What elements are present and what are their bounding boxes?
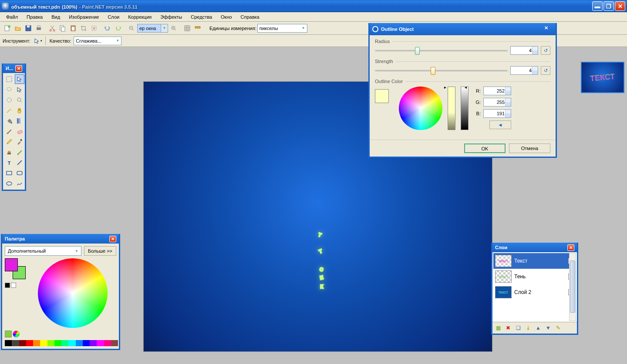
- dialog-titlebar[interactable]: Outline Object ✕: [370, 23, 556, 35]
- dialog-color-wheel[interactable]: [399, 87, 442, 130]
- tool-pencil[interactable]: [4, 137, 14, 147]
- menu-window[interactable]: Окно: [217, 13, 236, 20]
- zoom-in-button[interactable]: [169, 23, 179, 33]
- open-button[interactable]: [13, 23, 23, 33]
- duplicate-layer-button[interactable]: ❏: [514, 324, 522, 332]
- ok-button[interactable]: OK: [464, 144, 506, 153]
- tool-text[interactable]: T: [4, 158, 14, 167]
- primary-color-swatch[interactable]: [5, 258, 18, 271]
- layer-props-button[interactable]: ✎: [554, 324, 563, 332]
- tool-lasso[interactable]: [4, 85, 14, 94]
- delete-layer-button[interactable]: ✖: [504, 324, 512, 332]
- palette-more-button[interactable]: Больше >>: [84, 246, 116, 256]
- layers-scrollbar[interactable]: [569, 253, 576, 321]
- undo-button[interactable]: [103, 23, 112, 33]
- palette-color-wheel[interactable]: [38, 258, 108, 328]
- bw-reset-icon[interactable]: [11, 283, 16, 288]
- merge-down-button[interactable]: ⤓: [524, 324, 533, 332]
- value-strip-2[interactable]: [461, 87, 469, 130]
- tool-brush[interactable]: [4, 127, 14, 136]
- paste-button[interactable]: [68, 23, 78, 33]
- tool-move[interactable]: [15, 74, 24, 84]
- strength-slider[interactable]: [375, 66, 508, 75]
- menu-edit[interactable]: Правка: [23, 13, 46, 20]
- b-input[interactable]: 191: [483, 109, 511, 118]
- tool-move-selection[interactable]: [15, 85, 24, 94]
- menu-view[interactable]: Вид: [48, 13, 64, 20]
- tool-magic-wand[interactable]: [4, 106, 14, 115]
- radius-slider[interactable]: [375, 46, 508, 55]
- layer-row[interactable]: ТЕКСТ Тень ✔: [493, 269, 576, 284]
- radius-input[interactable]: 4: [510, 46, 538, 55]
- dialog-close-button[interactable]: ✕: [544, 25, 553, 33]
- add-layer-button[interactable]: ▦: [494, 324, 502, 332]
- quality-select[interactable]: Сглажива...▼: [74, 37, 121, 45]
- cancel-button[interactable]: Отмена: [509, 144, 550, 153]
- tool-freeform[interactable]: [15, 179, 24, 188]
- strength-input[interactable]: 4: [510, 66, 538, 75]
- menu-effects[interactable]: Эффекты: [157, 13, 185, 20]
- zoom-out-button[interactable]: [127, 23, 136, 33]
- g-input[interactable]: 255: [483, 98, 511, 107]
- deselect-button[interactable]: ×: [89, 23, 99, 33]
- color-reset-button[interactable]: ◄: [489, 120, 511, 129]
- redo-button[interactable]: [113, 23, 123, 33]
- layers-close-icon[interactable]: ✕: [567, 244, 574, 251]
- menu-help[interactable]: Справка: [237, 13, 263, 20]
- tool-rect[interactable]: [4, 168, 14, 178]
- image-thumbnail[interactable]: ТЕКСТ: [581, 62, 624, 93]
- zoom-combo[interactable]: ▼: [137, 24, 168, 33]
- add-color-icon[interactable]: [5, 331, 12, 337]
- layer-row[interactable]: ТЕКСТ Текст ✔: [493, 253, 576, 269]
- minimize-button[interactable]: ▬: [592, 1, 603, 11]
- tool-ellipse[interactable]: [4, 179, 14, 188]
- menu-layers[interactable]: Слои: [104, 13, 123, 20]
- tool-pan[interactable]: [15, 106, 24, 115]
- tool-roundrect[interactable]: [15, 168, 24, 178]
- move-down-button[interactable]: ▼: [544, 324, 553, 332]
- tool-zoom[interactable]: [15, 95, 24, 105]
- layer-row[interactable]: ТЕКСТ Слой 2: [493, 284, 576, 300]
- radius-reset-button[interactable]: ↺: [541, 46, 550, 55]
- tool-clone[interactable]: [4, 147, 14, 157]
- tool-ellipse-select[interactable]: [4, 95, 14, 105]
- menu-file[interactable]: Файл: [3, 13, 21, 20]
- palette-manage-icon[interactable]: [13, 331, 20, 337]
- maximize-button[interactable]: ❐: [603, 1, 614, 11]
- bw-swap-icon[interactable]: [5, 283, 10, 288]
- copy-button[interactable]: [58, 23, 67, 33]
- menu-tools[interactable]: Средства: [187, 13, 216, 20]
- close-button[interactable]: ✕: [615, 1, 625, 11]
- palette-swatches[interactable]: [5, 258, 27, 280]
- tool-rect-select[interactable]: [4, 74, 14, 84]
- outline-color-swatch[interactable]: [375, 89, 389, 103]
- tool-bucket[interactable]: [4, 116, 14, 126]
- zoom-input[interactable]: [137, 24, 161, 33]
- current-tool-icon[interactable]: ▾: [33, 36, 43, 46]
- zoom-dropdown-icon[interactable]: ▼: [161, 24, 168, 33]
- units-select[interactable]: пикселы▼: [257, 24, 307, 33]
- tool-eyedropper[interactable]: [15, 137, 24, 147]
- tool-recolor[interactable]: [15, 147, 24, 157]
- print-button[interactable]: [34, 23, 44, 33]
- grid-button[interactable]: [182, 23, 192, 33]
- palette-title[interactable]: Палитра ✕: [2, 234, 119, 244]
- rulers-button[interactable]: [193, 23, 202, 33]
- crop-button[interactable]: [79, 23, 88, 33]
- palette-mode-select[interactable]: Дополнительный▼: [5, 246, 81, 256]
- layers-title[interactable]: Слои ✕: [492, 243, 577, 252]
- tool-line[interactable]: [15, 158, 24, 167]
- save-button[interactable]: [24, 23, 33, 33]
- tool-eraser[interactable]: [15, 127, 24, 136]
- strength-reset-button[interactable]: ↺: [541, 66, 550, 75]
- r-input[interactable]: 252: [483, 87, 511, 95]
- palette-colorbar[interactable]: [5, 340, 118, 346]
- value-strip[interactable]: [448, 87, 455, 130]
- tool-gradient[interactable]: [15, 116, 24, 126]
- menu-image[interactable]: Изображение: [65, 13, 102, 20]
- move-up-button[interactable]: ▲: [534, 324, 543, 332]
- menu-adjust[interactable]: Коррекция: [125, 13, 155, 20]
- tools-panel-title[interactable]: И... ✕: [3, 63, 25, 73]
- tools-close-icon[interactable]: ✕: [15, 65, 22, 72]
- cut-button[interactable]: [47, 23, 57, 33]
